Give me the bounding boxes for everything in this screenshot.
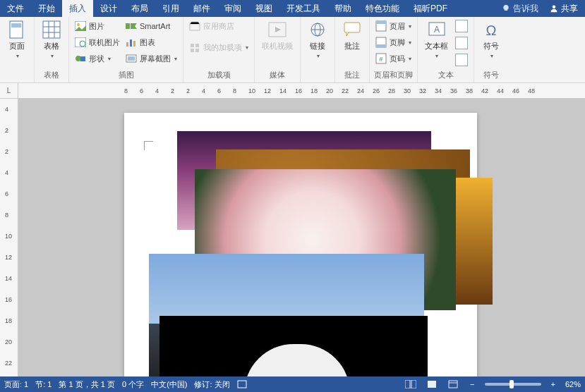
svg-rect-18: [195, 44, 199, 47]
link-icon: [308, 20, 327, 39]
tab-design[interactable]: 设计: [93, 0, 124, 17]
status-page[interactable]: 页面: 1: [4, 379, 28, 390]
omega-icon: Ω: [481, 20, 501, 39]
tab-review[interactable]: 审阅: [217, 0, 248, 17]
tab-file[interactable]: 文件: [0, 0, 31, 17]
group-symbols-label: 符号: [478, 69, 504, 82]
tab-references[interactable]: 引用: [155, 0, 186, 17]
chart-icon: [126, 37, 137, 48]
vertical-ruler[interactable]: 42246810121416182022: [0, 99, 18, 376]
svg-rect-28: [376, 44, 386, 47]
macro-icon[interactable]: [237, 380, 247, 388]
status-language[interactable]: 中文(中国): [151, 379, 187, 390]
svg-rect-16: [190, 24, 200, 30]
footer-button[interactable]: 页脚▾: [374, 35, 413, 50]
group-media: 联机视频 媒体: [255, 17, 301, 82]
svg-rect-38: [449, 381, 457, 388]
dropcap-button[interactable]: [455, 54, 468, 66]
group-comments: 批注 批注: [335, 17, 370, 82]
svg-rect-9: [80, 56, 85, 61]
symbol-button[interactable]: Ω 符号▾: [478, 18, 504, 61]
group-media-label: 媒体: [259, 69, 296, 82]
svg-rect-26: [376, 21, 386, 24]
group-illustrations-label: 插图: [73, 69, 179, 82]
table-button[interactable]: 表格▾: [39, 18, 64, 61]
inserted-image-6[interactable]: [159, 316, 428, 376]
quick-parts-button[interactable]: [455, 20, 468, 32]
screenshot-icon: [126, 53, 137, 64]
store-button[interactable]: 应用商店: [188, 18, 250, 34]
links-button[interactable]: 链接▾: [305, 18, 330, 61]
svg-rect-24: [344, 23, 360, 32]
group-links: 链接▾: [301, 17, 335, 82]
svg-rect-15: [128, 56, 135, 61]
group-comments-label: 批注: [339, 69, 365, 82]
svg-text:#: #: [379, 56, 382, 63]
my-addins-button[interactable]: 我的加载项▾: [188, 39, 250, 55]
document-canvas[interactable]: [18, 99, 585, 376]
cover-page-button[interactable]: 页面▾: [4, 18, 30, 61]
tab-mailings[interactable]: 邮件: [186, 0, 217, 17]
tab-insert[interactable]: 插入: [62, 0, 93, 17]
zoom-slider-thumb[interactable]: [509, 380, 514, 388]
group-text-label: 文本: [422, 69, 469, 82]
tab-help[interactable]: 帮助: [327, 0, 358, 17]
group-addins-label: 加载项: [188, 69, 250, 82]
header-button[interactable]: 页眉▾: [374, 18, 413, 34]
tab-home[interactable]: 开始: [31, 0, 62, 17]
online-picture-icon: [75, 37, 86, 48]
picture-button[interactable]: 图片: [73, 18, 121, 34]
comment-button[interactable]: 批注: [339, 18, 365, 53]
wordart-button[interactable]: [455, 37, 468, 49]
view-print-layout[interactable]: [425, 379, 439, 390]
pagenum-button[interactable]: #页码▾: [374, 51, 413, 66]
zoom-in-button[interactable]: +: [548, 380, 558, 388]
svg-text:Ω: Ω: [486, 23, 497, 38]
group-text: A 文本框▾ 文本: [418, 17, 474, 82]
document-area: L 86422468101214161820222426283032343638…: [0, 83, 585, 376]
horizontal-ruler[interactable]: 8642246810121416182022242628303234363842…: [18, 83, 585, 99]
chart-button[interactable]: 图表: [124, 35, 179, 50]
status-section[interactable]: 节: 1: [35, 379, 52, 390]
screenshot-button[interactable]: 屏幕截图▾: [124, 51, 179, 66]
status-track-changes[interactable]: 修订: 关闭: [194, 379, 229, 390]
group-symbols: Ω 符号▾ 符号: [474, 17, 508, 82]
group-addins: 应用商店 我的加载项▾ 加载项: [183, 17, 255, 82]
view-read-mode[interactable]: [404, 379, 418, 390]
tab-layout[interactable]: 布局: [124, 0, 155, 17]
page-icon: [7, 20, 27, 39]
pagenum-icon: #: [375, 53, 387, 64]
tab-features[interactable]: 特色功能: [358, 0, 406, 17]
status-words[interactable]: 0 个字: [122, 379, 144, 390]
status-bar: 页面: 1 节: 1 第 1 页，共 1 页 0 个字 中文(中国) 修订: 关…: [0, 376, 585, 392]
smartart-icon: [126, 20, 137, 32]
view-web-layout[interactable]: [446, 379, 460, 390]
tab-foxit-pdf[interactable]: 福昕PDF: [406, 0, 454, 17]
tell-me-search[interactable]: 告诉我: [497, 0, 543, 17]
zoom-slider[interactable]: [485, 383, 541, 386]
svg-rect-10: [126, 23, 130, 29]
status-page-of[interactable]: 第 1 页，共 1 页: [59, 379, 114, 390]
menu-tabs: 文件 开始 插入 设计 布局 引用 邮件 审阅 视图 开发工具 帮助 特色功能 …: [0, 0, 585, 17]
ruler-corner[interactable]: L: [0, 83, 18, 99]
share-button[interactable]: 共享: [543, 0, 585, 17]
tab-developer[interactable]: 开发工具: [279, 0, 327, 17]
svg-rect-19: [191, 49, 194, 52]
svg-rect-36: [411, 380, 416, 388]
online-video-button[interactable]: 联机视频: [259, 18, 296, 53]
svg-rect-34: [238, 381, 246, 388]
group-pages: 页面▾: [0, 17, 35, 82]
text-extra-buttons: [454, 18, 469, 68]
smartart-button[interactable]: SmartArt: [124, 18, 179, 34]
zoom-level[interactable]: 62%: [565, 380, 581, 388]
shapes-button[interactable]: 形状▾: [73, 51, 121, 66]
svg-rect-20: [195, 49, 199, 52]
online-picture-button[interactable]: 联机图片: [73, 35, 121, 50]
lightbulb-icon: [502, 4, 510, 13]
picture-icon: [75, 20, 86, 32]
ribbon: 页面▾ 表格▾ 表格 图片 联机图片 形状▾ SmartArt 图表 屏幕截图▾: [0, 17, 585, 83]
zoom-out-button[interactable]: −: [467, 380, 477, 388]
svg-rect-37: [428, 381, 436, 388]
tab-view[interactable]: 视图: [248, 0, 279, 17]
textbox-button[interactable]: A 文本框▾: [422, 18, 451, 61]
